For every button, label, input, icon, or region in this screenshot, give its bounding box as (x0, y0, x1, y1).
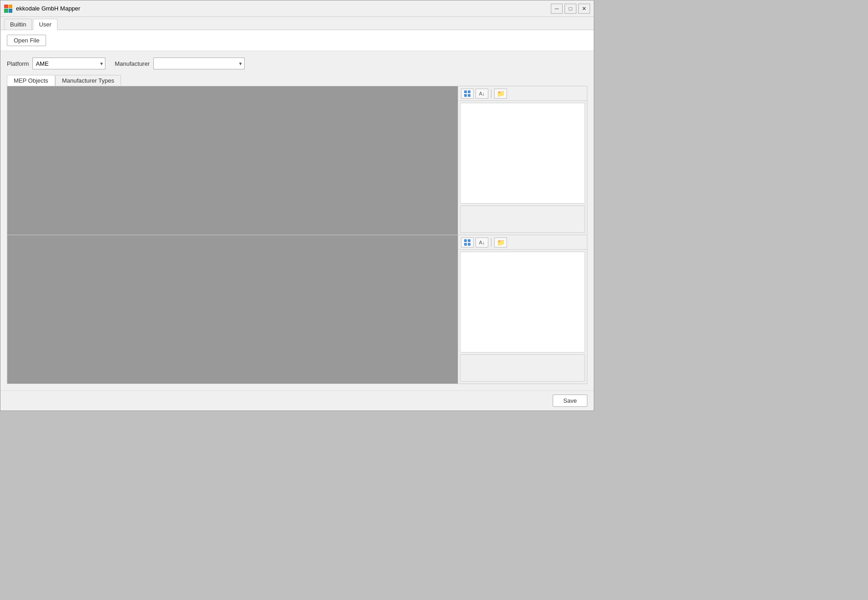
filters-row: Platform AME ▼ Manufacturer ▼ (7, 58, 587, 69)
bottom-folder-button[interactable]: 📁 (494, 237, 507, 247)
svg-rect-4 (464, 239, 467, 242)
manufacturer-filter-group: Manufacturer ▼ (115, 58, 245, 69)
main-window: ekkodale GmbH Mapper ─ □ ✕ Builtin User … (0, 0, 594, 411)
top-grid-button[interactable] (461, 89, 474, 99)
bottom-panel-side: A↓ 📁 (458, 235, 587, 384)
svg-rect-0 (464, 90, 467, 93)
window-title: ekkodale GmbH Mapper (16, 5, 80, 12)
platform-label: Platform (7, 60, 29, 67)
bottom-toolbar-divider (491, 238, 492, 247)
manufacturer-select-wrapper: ▼ (153, 58, 245, 69)
tab-builtin[interactable]: Builtin (4, 19, 32, 30)
grid-icon (464, 239, 471, 246)
svg-rect-3 (468, 94, 471, 97)
top-panel-side: A↓ 📁 (458, 86, 587, 235)
inner-tabs: MEP Objects Manufacturer Types (7, 75, 587, 86)
tab-mep-objects[interactable]: MEP Objects (7, 75, 55, 86)
bottom-side-content-top (460, 252, 585, 353)
main-content: Platform AME ▼ Manufacturer ▼ (0, 51, 594, 390)
platform-select[interactable]: AME (32, 58, 105, 69)
top-panel-main (7, 86, 458, 235)
panels-area: A↓ 📁 (7, 86, 587, 384)
bottom-bar: Save (0, 390, 594, 411)
manufacturer-label: Manufacturer (115, 60, 150, 67)
top-folder-button[interactable]: 📁 (494, 89, 507, 99)
svg-rect-7 (468, 243, 471, 246)
title-bar: ekkodale GmbH Mapper ─ □ ✕ (0, 0, 594, 17)
minimize-button[interactable]: ─ (551, 4, 563, 14)
top-tabs: Builtin User (0, 17, 594, 30)
bottom-sort-button[interactable]: A↓ (476, 237, 488, 247)
close-button[interactable]: ✕ (578, 4, 590, 14)
tab-manufacturer-types[interactable]: Manufacturer Types (55, 75, 121, 86)
maximize-button[interactable]: □ (565, 4, 576, 14)
toolbar: Open File (0, 30, 594, 51)
svg-rect-5 (468, 239, 471, 242)
top-side-content-bottom (460, 205, 585, 233)
manufacturer-select[interactable] (153, 58, 245, 69)
title-bar-left: ekkodale GmbH Mapper (4, 5, 80, 13)
tab-user[interactable]: User (33, 19, 57, 30)
sort-icon: A↓ (479, 91, 485, 96)
app-icon (4, 5, 12, 13)
top-sort-button[interactable]: A↓ (476, 89, 488, 99)
svg-rect-1 (468, 90, 471, 93)
top-toolbar-divider (491, 89, 492, 98)
title-bar-controls: ─ □ ✕ (551, 4, 590, 14)
bottom-panel-row: A↓ 📁 (7, 235, 587, 384)
top-panel-row: A↓ 📁 (7, 86, 587, 235)
bottom-side-content-bottom (460, 354, 585, 382)
grid-icon (464, 90, 471, 97)
bottom-side-toolbar: A↓ 📁 (458, 235, 587, 250)
sort-icon: A↓ (479, 240, 485, 245)
folder-icon: 📁 (497, 239, 505, 246)
top-side-toolbar: A↓ 📁 (458, 86, 587, 101)
platform-filter-group: Platform AME ▼ (7, 58, 105, 69)
top-side-content-top (460, 103, 585, 204)
svg-rect-6 (464, 243, 467, 246)
folder-icon: 📁 (497, 90, 505, 97)
platform-select-wrapper: AME ▼ (32, 58, 105, 69)
bottom-grid-button[interactable] (461, 237, 474, 247)
save-button[interactable]: Save (553, 395, 587, 407)
open-file-button[interactable]: Open File (7, 35, 46, 46)
svg-rect-2 (464, 94, 467, 97)
bottom-panel-main (7, 235, 458, 384)
